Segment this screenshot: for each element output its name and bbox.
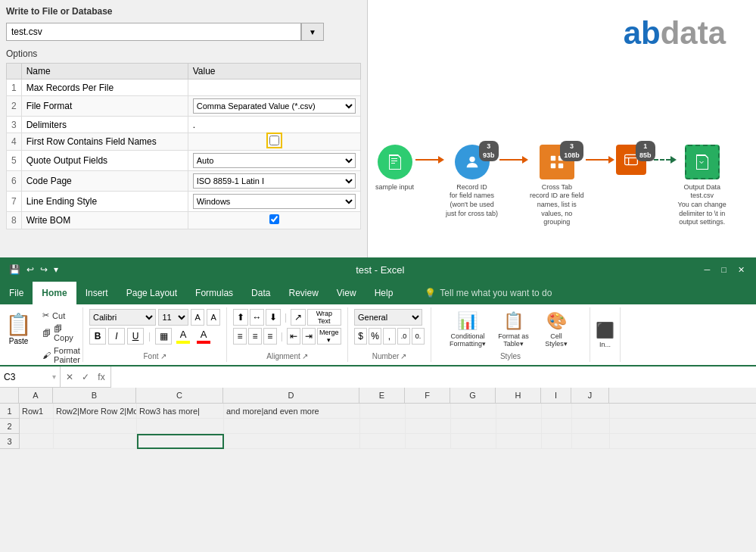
- decimal-increase[interactable]: .0: [397, 328, 410, 345]
- font-name-select[interactable]: Calibri: [89, 309, 156, 326]
- insert-function-button[interactable]: fx: [95, 370, 108, 385]
- cell-c2[interactable]: [137, 419, 224, 434]
- undo-icon[interactable]: ↩: [25, 263, 36, 276]
- cell-d1[interactable]: and more|and even more: [224, 404, 360, 419]
- col-header-g[interactable]: G: [450, 388, 496, 403]
- align-center[interactable]: ≡: [248, 328, 262, 345]
- cell-e2[interactable]: [360, 419, 406, 434]
- cell-a2[interactable]: [20, 419, 54, 434]
- cut-button[interactable]: ✂ Cut: [39, 309, 83, 322]
- cancel-formula-button[interactable]: ✕: [63, 370, 76, 385]
- row-header-2[interactable]: 2: [0, 419, 19, 434]
- file-input[interactable]: [6, 23, 301, 41]
- align-left[interactable]: ≡: [233, 328, 247, 345]
- cell-d3[interactable]: [224, 434, 360, 449]
- font-size-increase[interactable]: A: [191, 309, 204, 326]
- cell-f1[interactable]: [406, 404, 451, 419]
- row-header-1[interactable]: 1: [0, 404, 19, 419]
- decimal-decrease[interactable]: 0.: [412, 328, 425, 345]
- file-format-select[interactable]: Comma Separated Value (*.csv): [193, 98, 356, 114]
- col-header-d[interactable]: D: [223, 388, 359, 403]
- format-painter-button[interactable]: 🖌 Format Painter: [39, 345, 83, 366]
- merge-center[interactable]: Merge ▾: [317, 328, 341, 345]
- cell-j1[interactable]: [572, 404, 610, 419]
- col-header-i[interactable]: I: [541, 388, 571, 403]
- copy-button[interactable]: 🗐 🗐 Copy: [39, 323, 83, 344]
- cell-i2[interactable]: [542, 419, 572, 434]
- close-icon[interactable]: ✕: [734, 264, 748, 276]
- format-as-table-button[interactable]: 📋 Format asTable▾: [493, 309, 534, 350]
- cell-g2[interactable]: [451, 419, 496, 434]
- cell-h1[interactable]: [496, 404, 542, 419]
- row-header-3[interactable]: 3: [0, 434, 19, 449]
- cell-b2[interactable]: [54, 419, 137, 434]
- tab-data[interactable]: Data: [242, 282, 279, 304]
- comma-button[interactable]: ,: [383, 328, 396, 345]
- tab-review[interactable]: Review: [279, 282, 327, 304]
- conditional-formatting-button[interactable]: 📊 ConditionalFormatting▾: [446, 309, 490, 350]
- cell-a1[interactable]: Row1: [20, 404, 54, 419]
- cell-d2[interactable]: [224, 419, 360, 434]
- confirm-formula-button[interactable]: ✓: [79, 370, 92, 385]
- font-size-select[interactable]: 11: [158, 309, 188, 326]
- cell-styles-button[interactable]: 🎨 CellStyles▾: [537, 309, 575, 350]
- cell-a3[interactable]: [20, 434, 54, 449]
- number-format-select[interactable]: General: [354, 309, 422, 326]
- col-header-a[interactable]: A: [19, 388, 53, 403]
- quote-output-select[interactable]: Auto: [193, 153, 356, 168]
- col-header-f[interactable]: F: [405, 388, 450, 403]
- font-size-decrease[interactable]: A: [207, 309, 220, 326]
- cell-g3[interactable]: [451, 434, 496, 449]
- maximize-icon[interactable]: □: [717, 264, 730, 276]
- save-icon[interactable]: 💾: [8, 263, 22, 276]
- cell-i1[interactable]: [542, 404, 572, 419]
- percent-button[interactable]: %: [369, 328, 381, 345]
- col-header-e[interactable]: E: [359, 388, 405, 403]
- font-color-button[interactable]: A: [194, 328, 213, 345]
- minimize-icon[interactable]: ─: [701, 264, 714, 276]
- dropdown-icon[interactable]: ▾: [52, 263, 60, 276]
- cell-ref-dropdown[interactable]: ▾: [52, 373, 56, 381]
- rotate-text[interactable]: ↗: [291, 309, 306, 326]
- cell-c3[interactable]: [137, 434, 224, 449]
- code-page-select[interactable]: ISO 8859-1 Latin I: [193, 173, 356, 189]
- wrap-text[interactable]: Wrap Text: [307, 309, 341, 326]
- currency-button[interactable]: $: [354, 328, 367, 345]
- redo-icon[interactable]: ↪: [39, 263, 49, 276]
- cell-f2[interactable]: [406, 419, 451, 434]
- align-right[interactable]: ≡: [263, 328, 277, 345]
- cell-j3[interactable]: [572, 434, 610, 449]
- tab-home[interactable]: Home: [33, 282, 76, 304]
- cell-j2[interactable]: [572, 419, 610, 434]
- align-middle[interactable]: ↔: [250, 309, 265, 326]
- italic-button[interactable]: I: [108, 328, 125, 345]
- underline-button[interactable]: U: [127, 328, 144, 345]
- align-bottom[interactable]: ⬇: [266, 309, 281, 326]
- alignment-expand[interactable]: ↗: [302, 352, 308, 360]
- col-header-j[interactable]: J: [571, 388, 609, 403]
- col-header-c[interactable]: C: [136, 388, 223, 403]
- cell-f3[interactable]: [406, 434, 451, 449]
- cell-b1[interactable]: Row2|More Row 2|More Row2: [54, 404, 137, 419]
- tell-me-bar[interactable]: 💡 Tell me what you want to do: [417, 282, 559, 304]
- cell-i3[interactable]: [542, 434, 572, 449]
- tab-page-layout[interactable]: Page Layout: [117, 282, 186, 304]
- indent-increase[interactable]: ⇥: [302, 328, 316, 345]
- corner-cell[interactable]: [0, 388, 19, 403]
- first-row-checkbox[interactable]: [269, 136, 279, 145]
- cell-c1[interactable]: Row3 has more|: [137, 404, 224, 419]
- cell-g1[interactable]: [451, 404, 496, 419]
- border-button[interactable]: ▦: [155, 328, 172, 345]
- paste-button[interactable]: 📋 Paste: [0, 309, 38, 348]
- cell-b3[interactable]: [54, 434, 137, 449]
- tab-file[interactable]: File: [0, 282, 33, 304]
- font-expand[interactable]: ↗: [160, 352, 166, 360]
- tab-view[interactable]: View: [328, 282, 366, 304]
- formula-input[interactable]: [111, 366, 756, 388]
- align-top[interactable]: ⬆: [233, 309, 248, 326]
- write-bom-checkbox[interactable]: [269, 214, 279, 224]
- cell-e1[interactable]: [360, 404, 406, 419]
- number-expand[interactable]: ↗: [400, 352, 406, 360]
- tab-insert[interactable]: Insert: [76, 282, 117, 304]
- bold-button[interactable]: B: [89, 328, 106, 345]
